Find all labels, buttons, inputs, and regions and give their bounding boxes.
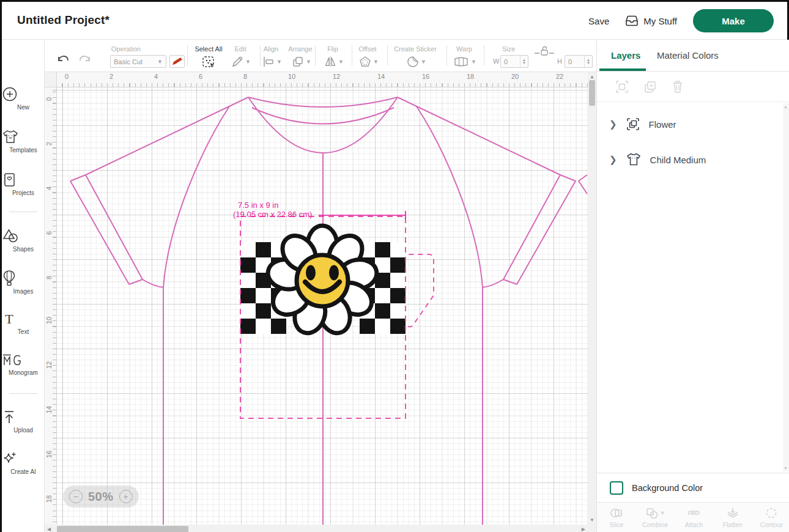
align-label: Align xyxy=(264,45,278,53)
duplicate-icon[interactable] xyxy=(643,80,657,94)
sidebar-item-new[interactable]: New xyxy=(2,86,45,111)
redo-button[interactable] xyxy=(78,53,92,67)
ruler-top-label: 0 xyxy=(65,73,69,80)
horizontal-scrollbar-thumb[interactable] xyxy=(57,526,188,532)
header: Untitled Project* Save My Stuff Make xyxy=(2,2,787,40)
group-select-icon[interactable] xyxy=(615,80,629,94)
chevron-right-icon[interactable]: ❯ xyxy=(609,119,617,130)
tshirt-icon xyxy=(626,152,642,167)
arrange-button[interactable]: ▼ xyxy=(292,56,311,68)
attach-button[interactable]: Attach xyxy=(675,503,713,532)
sidebar-item-shapes[interactable]: Shapes xyxy=(2,228,45,253)
chevron-down-icon: ▼ xyxy=(421,59,426,65)
ruler-top-label: 4 xyxy=(154,73,158,80)
tab-layers[interactable]: Layers xyxy=(611,50,640,61)
vertical-scrollbar-thumb[interactable] xyxy=(589,80,595,106)
offset-label: Offset xyxy=(358,45,376,53)
layer-row-child-medium[interactable]: ❯ Child Medium xyxy=(597,146,789,173)
chevron-down-icon: ▼ xyxy=(157,59,163,65)
tshirt-template-icon xyxy=(2,129,45,145)
chevron-down-icon: ▼ xyxy=(338,59,344,65)
height-input[interactable]: 0 ▲▼ xyxy=(565,55,593,68)
slice-button[interactable]: Slice xyxy=(597,503,635,532)
combine-button[interactable]: ▼ Combine xyxy=(635,503,674,532)
ruler-top-label: 18 xyxy=(467,73,474,80)
flip-button[interactable]: ▼ xyxy=(324,56,344,68)
offset-button[interactable]: ▼ xyxy=(359,56,379,68)
chevron-right-icon[interactable]: ❯ xyxy=(609,154,617,165)
sidebar-item-monogram[interactable]: Monogram xyxy=(2,353,45,376)
sidebar-item-upload[interactable]: Upload xyxy=(2,409,45,434)
chevron-down-icon: ▼ xyxy=(373,59,379,65)
my-stuff-icon xyxy=(625,15,639,26)
flip-label: Flip xyxy=(327,45,338,53)
layer-name: Child Medium xyxy=(650,155,706,165)
combine-icon xyxy=(645,507,659,519)
ruler-top-label: 22 xyxy=(556,73,563,80)
slice-icon xyxy=(610,507,623,519)
panel-scrollbar[interactable]: ▲ ▼ xyxy=(783,103,789,471)
ruler-left-label: 14 xyxy=(45,406,53,413)
scroll-down-arrow[interactable]: ▼ xyxy=(590,517,595,523)
ruler-top-label: 14 xyxy=(377,73,385,80)
sidebar-item-projects[interactable]: Projects xyxy=(2,172,45,196)
tab-material-colors[interactable]: Material Colors xyxy=(657,50,719,61)
flatten-button[interactable]: Flatten xyxy=(713,503,752,532)
chevron-down-icon: ▼ xyxy=(660,510,665,516)
warp-label: Warp xyxy=(456,45,472,53)
make-button[interactable]: Make xyxy=(693,9,774,32)
sidebar-item-text[interactable]: T Text xyxy=(2,312,45,335)
toolbar-divider xyxy=(387,45,388,66)
edit-button[interactable]: ▼ xyxy=(231,56,251,68)
warp-button[interactable]: ▼ xyxy=(453,56,476,68)
scroll-up-arrow[interactable]: ▲ xyxy=(590,74,595,79)
ruler-top-label: 20 xyxy=(511,73,519,80)
scroll-down-arrow[interactable]: ▼ xyxy=(783,466,788,470)
vertical-scrollbar[interactable]: ▲ ▼ xyxy=(588,72,596,525)
operation-dropdown[interactable]: Basic Cut▼ xyxy=(110,55,166,68)
layer-tools xyxy=(597,72,789,102)
shapes-icon xyxy=(2,228,45,244)
sparkle-ai-icon xyxy=(2,451,45,467)
ruler-top-label: 2 xyxy=(109,73,113,80)
operation-color-swatch[interactable] xyxy=(169,55,185,68)
chevron-down-icon: ▼ xyxy=(245,59,251,65)
sidebar-item-create-ai[interactable]: Create AI xyxy=(2,451,45,475)
background-color-checkbox[interactable] xyxy=(610,481,623,495)
zoom-in-button[interactable]: + xyxy=(119,490,133,503)
height-stepper[interactable]: ▲▼ xyxy=(584,56,592,67)
toolbar-divider xyxy=(446,45,447,66)
projects-icon xyxy=(2,172,45,188)
scroll-right-arrow[interactable]: ▶ xyxy=(582,526,585,532)
width-stepper[interactable]: ▲▼ xyxy=(520,56,528,67)
contour-icon xyxy=(765,507,778,519)
horizontal-scrollbar[interactable]: ◀ ▶ xyxy=(45,525,596,532)
design-canvas[interactable]: 7.5 in x 9 in (19.05 cm x 22.86 cm) − 50… xyxy=(57,87,588,525)
sidebar-divider xyxy=(9,393,37,394)
undo-button[interactable] xyxy=(56,53,70,67)
create-sticker-label: Create Sticker xyxy=(394,45,437,53)
scroll-left-arrow[interactable]: ◀ xyxy=(47,526,51,532)
app-window: Untitled Project* Save My Stuff Make xyxy=(0,0,789,532)
layer-row-flower[interactable]: ❯ Flower xyxy=(597,111,789,138)
trash-icon[interactable] xyxy=(672,80,684,94)
ruler-left: 024681012141618 xyxy=(45,87,57,525)
save-button[interactable]: Save xyxy=(588,16,609,26)
sidebar-item-templates[interactable]: Templates xyxy=(2,129,45,153)
sidebar-item-images[interactable]: Images xyxy=(2,270,45,295)
scroll-up-arrow[interactable]: ▲ xyxy=(783,105,788,109)
my-stuff-button[interactable]: My Stuff xyxy=(625,15,677,26)
lock-open-icon[interactable] xyxy=(534,46,555,56)
align-button[interactable]: ▼ xyxy=(262,56,282,68)
chevron-down-icon: ▼ xyxy=(471,59,476,65)
arrange-label: Arrange xyxy=(288,45,312,53)
ruler-top-label: 10 xyxy=(288,73,295,80)
ruler-top-label: 16 xyxy=(422,73,429,80)
flower-smiley-center[interactable] xyxy=(297,255,348,306)
contour-button[interactable]: Contour xyxy=(752,503,789,532)
width-input[interactable]: 0 ▲▼ xyxy=(500,55,528,68)
zoom-out-button[interactable]: − xyxy=(69,490,83,503)
select-all-button[interactable] xyxy=(201,56,216,69)
create-sticker-button[interactable]: ▼ xyxy=(407,56,426,68)
background-color-row: Background Color xyxy=(597,473,789,502)
